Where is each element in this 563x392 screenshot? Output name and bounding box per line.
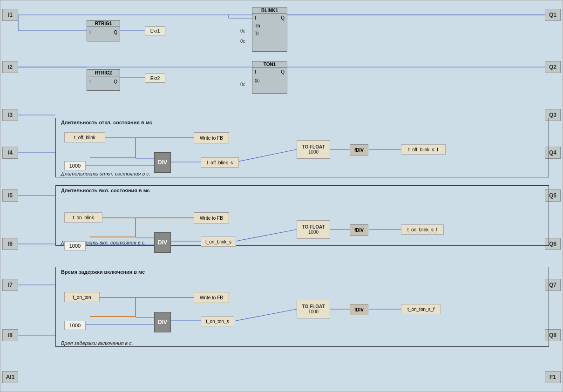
rtrig1-block: RTRIG1 I Q — [87, 20, 120, 41]
pin-I8: I8 — [2, 329, 18, 341]
section3-bottom-label: Врея задержки включения в с. — [61, 340, 133, 346]
section1-div: DIV — [154, 152, 171, 173]
rtrig2-port-I: I — [89, 79, 91, 84]
blink1-tl-val: 0c — [240, 39, 245, 44]
section2-val-1000: 1000 — [64, 241, 86, 250]
pin-Q2: Q2 — [545, 61, 561, 73]
section1-to-float: TO FLOAT 1000 — [297, 140, 330, 159]
pin-I2: I2 — [2, 61, 18, 73]
ton1-port-Q: Q — [281, 69, 285, 74]
rtrig2-title: RTRIG2 — [87, 70, 120, 76]
ekr2-coil: Ekr2 — [145, 74, 165, 83]
ton1-port-I: I — [255, 69, 260, 74]
section3-title: Время задержки включения в мс — [61, 269, 145, 275]
section2-write-fb: Write to FB — [194, 212, 229, 223]
rtrig1-title: RTRIG1 — [87, 20, 120, 27]
section1-bottom-label: Длительность откл. состояния в с. — [61, 171, 150, 176]
t-off-blink-s-f-var: t_off_blink_s_f — [401, 144, 446, 155]
rtrig1-port-I: I — [89, 30, 91, 35]
pin-I7: I7 — [2, 279, 18, 291]
blink1-port-I: I — [255, 15, 260, 20]
t-on-ton-s-f-var: t_on_ton_s_f — [401, 304, 441, 314]
pin-Q1: Q1 — [545, 9, 561, 21]
ton1-title: TON1 — [252, 61, 287, 68]
t-off-blink-s-var: t_off_blink_s — [201, 157, 239, 168]
section3-div: DIV — [154, 312, 171, 332]
section2-fdiv: fDIV — [350, 224, 368, 236]
ton1-port-Ton: 0c — [255, 78, 260, 83]
t-on-blink-s-f-var: t_on_blink_s_f — [401, 224, 444, 235]
section2-div: DIV — [154, 232, 171, 253]
pin-I3: I3 — [2, 109, 18, 121]
section1-val-1000: 1000 — [64, 161, 86, 170]
section2-title: Длительность вкл. состояния в мс — [61, 188, 150, 193]
ton1-ports: I 0c Q — [252, 68, 287, 85]
blink1-ports: I Th Tl Q — [252, 14, 287, 38]
rtrig2-ports: I Q — [87, 78, 120, 85]
pin-AI1: AI1 — [2, 371, 18, 383]
rtrig1-ports: I Q — [87, 29, 120, 36]
section3-to-float-label: TO FLOAT — [302, 304, 325, 309]
t-on-blink-var: t_on_blink — [64, 212, 102, 223]
section1-fdiv: fDIV — [350, 144, 368, 155]
pin-F1: F1 — [545, 371, 561, 383]
main-canvas: I1 I2 I3 I4 I5 I6 I7 I8 AI1 Q1 Q2 Q3 Q4 … — [0, 0, 563, 392]
pin-I5: I5 — [2, 189, 18, 202]
rtrig2-port-Q: Q — [114, 79, 117, 84]
pin-I1: I1 — [2, 9, 18, 21]
blink1-th-val: 0c — [240, 28, 245, 34]
blink1-port-Th: Th — [255, 23, 260, 28]
rtrig1-port-Q: Q — [114, 30, 117, 35]
section1-to-float-label: TO FLOAT — [302, 144, 325, 149]
section2-to-float-val: 1000 — [308, 230, 319, 235]
section3-fdiv: fDIV — [350, 304, 368, 315]
blink1-block: BLINK1 I Th Tl Q — [252, 7, 287, 52]
section1-write-fb: Write to FB — [194, 132, 229, 143]
section3-to-float-val: 1000 — [308, 309, 319, 314]
section1-to-float-val: 1000 — [308, 149, 319, 155]
section2-to-float: TO FLOAT 1000 — [297, 220, 330, 239]
pin-I6: I6 — [2, 238, 18, 250]
rtrig2-block: RTRIG2 I Q — [87, 69, 120, 91]
section3-write-fb: Write to FB — [194, 292, 229, 303]
section3-to-float: TO FLOAT 1000 — [297, 300, 330, 318]
t-on-ton-s-var: t_on_ton_s — [201, 316, 234, 326]
blink1-port-Tl: Tl — [255, 31, 260, 36]
blink1-title: BLINK1 — [252, 7, 287, 14]
section3-val-1000: 1000 — [64, 321, 86, 330]
ekr1-coil: Ekr1 — [145, 26, 165, 35]
t-on-ton-var: t_on_ton — [64, 292, 100, 302]
section2-to-float-label: TO FLOAT — [302, 224, 325, 230]
t-on-blink-s-var: t_on_blink_s — [201, 237, 236, 247]
section1-title: Длительность откл. состояния в мс — [61, 120, 152, 125]
blink1-port-Q: Q — [281, 15, 285, 20]
ton1-ton-val: 0c — [240, 82, 245, 87]
t-off-blink-var: t_off_blink — [64, 132, 105, 142]
pin-I4: I4 — [2, 147, 18, 159]
ton1-block: TON1 I 0c Q — [252, 61, 287, 94]
